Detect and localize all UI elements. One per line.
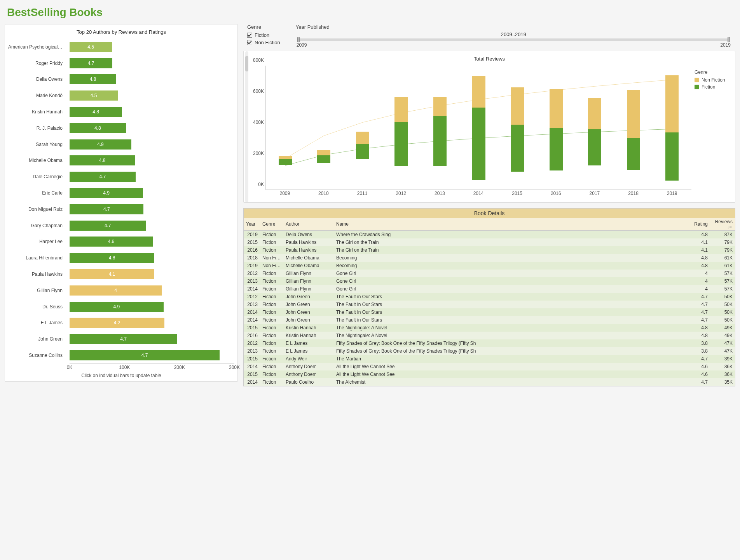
- table-row[interactable]: 2014FictionGillian FlynnGone Girl457K: [244, 285, 735, 293]
- author-bar-fill[interactable]: 4.7: [70, 58, 112, 68]
- segment-fiction[interactable]: [356, 144, 369, 159]
- table-row[interactable]: 2015FictionAnthony DoerrAll the Light We…: [244, 370, 735, 378]
- year-column[interactable]: [317, 150, 330, 190]
- author-bar[interactable]: Dr. Seuss4.9: [70, 299, 230, 315]
- author-bar-fill[interactable]: 4.5: [70, 42, 112, 52]
- author-bar-fill[interactable]: 4.7: [70, 350, 220, 360]
- author-bar[interactable]: Marie Kondō4.5: [70, 87, 230, 104]
- legend-item-nonfiction[interactable]: Non Fiction: [695, 77, 730, 83]
- author-bar[interactable]: Paula Hawkins4.1: [70, 266, 230, 282]
- segment-nonfiction[interactable]: [627, 90, 640, 139]
- year-column[interactable]: [627, 90, 640, 190]
- author-bar[interactable]: R. J. Palacio4.8: [70, 120, 230, 136]
- table-row[interactable]: 2019FictionDelia OwensWhere the Crawdads…: [244, 231, 735, 239]
- author-bar-fill[interactable]: 4.8: [70, 107, 122, 117]
- segment-nonfiction[interactable]: [394, 97, 408, 122]
- col-year[interactable]: Year: [244, 218, 260, 231]
- author-bar[interactable]: Gary Chapman4.7: [70, 217, 230, 234]
- author-bar[interactable]: Sarah Young4.9: [70, 136, 230, 153]
- col-name[interactable]: Name: [334, 218, 690, 231]
- author-bar-fill[interactable]: 4.9: [70, 188, 143, 198]
- table-row[interactable]: 2012FictionE L JamesFifty Shades of Grey…: [244, 339, 735, 347]
- year-slider-handle-max[interactable]: [728, 37, 730, 42]
- author-bar-fill[interactable]: 4: [70, 285, 162, 296]
- table-row[interactable]: 2014FictionJohn GreenThe Fault in Our St…: [244, 316, 735, 324]
- year-column[interactable]: [511, 87, 524, 190]
- col-reviews[interactable]: Reviews ↓≡: [710, 218, 735, 231]
- segment-fiction[interactable]: [472, 108, 485, 180]
- author-bar-fill[interactable]: 4.1: [70, 269, 154, 279]
- author-bar-fill[interactable]: 4.6: [70, 237, 153, 247]
- author-bar-fill[interactable]: 4.7: [70, 204, 143, 214]
- segment-fiction[interactable]: [511, 125, 524, 172]
- table-row[interactable]: 2018Non FictionMichelle ObamaBecoming4.8…: [244, 254, 735, 262]
- author-bar[interactable]: E L James4.2: [70, 315, 230, 331]
- author-bar[interactable]: Michelle Obama4.8: [70, 153, 230, 169]
- author-bar[interactable]: Don Miguel Ruiz4.7: [70, 201, 230, 217]
- table-row[interactable]: 2013FictionE L JamesFifty Shades of Grey…: [244, 347, 735, 355]
- segment-nonfiction[interactable]: [317, 150, 330, 155]
- author-bar[interactable]: Harper Lee4.6: [70, 234, 230, 250]
- year-column[interactable]: [356, 132, 369, 190]
- segment-fiction[interactable]: [627, 138, 640, 170]
- year-column[interactable]: [433, 97, 447, 190]
- table-row[interactable]: 2013FictionJohn GreenThe Fault in Our St…: [244, 301, 735, 308]
- segment-nonfiction[interactable]: [511, 87, 524, 125]
- segment-nonfiction[interactable]: [550, 89, 563, 129]
- table-row[interactable]: 2014FictionAnthony DoerrAll the Light We…: [244, 363, 735, 370]
- author-bar-fill[interactable]: 4.7: [70, 334, 177, 344]
- author-bar[interactable]: Dale Carnegie4.7: [70, 169, 230, 185]
- segment-nonfiction[interactable]: [665, 75, 679, 132]
- author-bar-fill[interactable]: 4.8: [70, 123, 126, 133]
- segment-fiction[interactable]: [550, 128, 563, 170]
- segment-fiction[interactable]: [394, 122, 408, 166]
- table-row[interactable]: 2019Non FictionMichelle ObamaBecoming4.8…: [244, 262, 735, 270]
- author-bar-fill[interactable]: 4.2: [70, 318, 164, 328]
- chart-scrollbar[interactable]: [245, 51, 248, 202]
- author-bar[interactable]: Roger Priddy4.7: [70, 55, 230, 71]
- legend-item-fiction[interactable]: Fiction: [695, 84, 730, 90]
- author-bar[interactable]: Delia Owens4.8: [70, 71, 230, 88]
- table-row[interactable]: 2012FictionGillian FlynnGone Girl457K: [244, 270, 735, 277]
- segment-nonfiction[interactable]: [472, 76, 485, 108]
- segment-fiction[interactable]: [665, 132, 679, 180]
- author-bar-fill[interactable]: 4.7: [70, 172, 136, 182]
- year-column[interactable]: [279, 156, 292, 190]
- segment-fiction[interactable]: [317, 155, 330, 163]
- table-row[interactable]: 2015FictionAndy WeirThe Martian4.739K: [244, 355, 735, 363]
- year-column[interactable]: [665, 75, 679, 190]
- segment-fiction[interactable]: [279, 159, 292, 165]
- table-row[interactable]: 2015FictionPaula HawkinsThe Girl on the …: [244, 238, 735, 246]
- table-row[interactable]: 2012FictionJohn GreenThe Fault in Our St…: [244, 293, 735, 301]
- segment-nonfiction[interactable]: [279, 156, 292, 159]
- year-column[interactable]: [394, 97, 408, 190]
- genre-option-fiction[interactable]: Fiction: [247, 32, 280, 38]
- author-bar-fill[interactable]: 4.9: [70, 302, 164, 312]
- author-bar-fill[interactable]: 4.8: [70, 253, 154, 263]
- author-bar-fill[interactable]: 4.9: [70, 139, 131, 150]
- segment-fiction[interactable]: [433, 116, 447, 167]
- col-rating[interactable]: Rating: [690, 218, 710, 231]
- year-column[interactable]: [588, 98, 601, 190]
- author-bar[interactable]: Gillian Flynn4: [70, 282, 230, 299]
- segment-fiction[interactable]: [588, 129, 601, 166]
- author-bar-fill[interactable]: 4.5: [70, 90, 118, 101]
- segment-nonfiction[interactable]: [356, 132, 369, 144]
- segment-nonfiction[interactable]: [588, 98, 601, 129]
- table-row[interactable]: 2013FictionGillian FlynnGone Girl457K: [244, 277, 735, 285]
- segment-nonfiction[interactable]: [433, 97, 447, 116]
- col-genre[interactable]: Genre: [260, 218, 283, 231]
- author-bar-fill[interactable]: 4.8: [70, 155, 135, 165]
- author-bar[interactable]: John Green4.7: [70, 331, 230, 347]
- author-bar[interactable]: Laura Hillenbrand4.8: [70, 250, 230, 266]
- author-bar-fill[interactable]: 4.7: [70, 221, 146, 231]
- author-bar[interactable]: Suzanne Collins4.7: [70, 347, 230, 363]
- table-row[interactable]: 2016FictionPaula HawkinsThe Girl on the …: [244, 246, 735, 254]
- author-bar[interactable]: Kristin Hannah4.8: [70, 104, 230, 120]
- table-row[interactable]: 2016FictionKristin HannahThe Nightingale…: [244, 332, 735, 339]
- year-slider[interactable]: 2009..2019 2009 2019: [296, 32, 731, 45]
- table-row[interactable]: 2014FictionPaulo CoelhoThe Alchemist4.73…: [244, 378, 735, 386]
- genre-option-nonfiction[interactable]: Non Fiction: [247, 40, 280, 45]
- year-slider-handle-min[interactable]: [297, 37, 300, 42]
- author-bar[interactable]: Eric Carle4.9: [70, 185, 230, 201]
